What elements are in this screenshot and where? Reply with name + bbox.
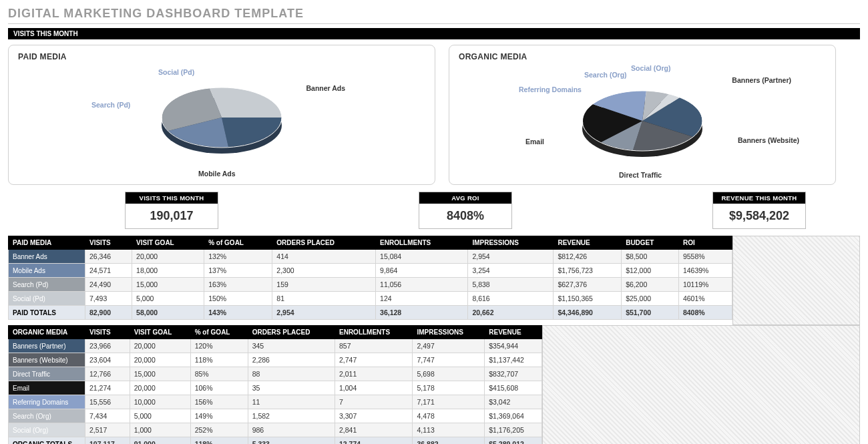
totals-cell: $5,289,012	[485, 437, 542, 445]
totals-cell: $4,346,890	[554, 306, 622, 320]
cell: 11,056	[376, 278, 468, 292]
totals-row: PAID TOTALS82,90058,000143%2,95436,12820…	[9, 306, 732, 320]
col-header: IMPRESSIONS	[413, 326, 485, 339]
totals-cell: 82,900	[85, 306, 132, 320]
cell: $812,426	[554, 250, 622, 264]
cell: 2,286	[248, 353, 335, 367]
table-row: Social (Org)2,5171,000252%9862,8414,113$…	[9, 423, 542, 437]
cell: 8,616	[468, 292, 554, 306]
col-header: REVENUE	[485, 326, 542, 339]
pie-label-mobile-ads: Mobile Ads	[198, 170, 236, 178]
cell: 149%	[190, 409, 248, 423]
cell: 1,004	[335, 381, 412, 395]
pie-chart-paid	[135, 64, 308, 178]
row-label: Direct Traffic	[9, 367, 85, 381]
col-header: ORGANIC MEDIA	[9, 326, 85, 339]
cell: 857	[335, 339, 412, 353]
col-header: % of GOAL	[204, 236, 272, 250]
cell: 15,556	[85, 395, 130, 409]
kpi-roi: AVG ROI 8408%	[419, 192, 512, 229]
totals-cell: 20,662	[468, 306, 554, 320]
totals-cell: 58,000	[132, 306, 204, 320]
col-header: ORDERS PLACED	[272, 236, 376, 250]
chart-title-paid: PAID MEDIA	[18, 52, 425, 61]
cell: 2,517	[85, 423, 130, 437]
cell: 26,346	[85, 250, 132, 264]
cell: 20,000	[130, 353, 190, 367]
paid-table-area: PAID MEDIAVISITSVISIT GOAL% of GOALORDER…	[8, 236, 860, 325]
cell: 7,434	[85, 409, 130, 423]
cell: 35	[248, 381, 335, 395]
table-row: Email21,27420,000106%351,0045,178$415,60…	[9, 381, 542, 395]
cell: 414	[272, 250, 376, 264]
cell: $1,176,205	[485, 423, 542, 437]
pie-wrap-organic: Banners (Partner) Banners (Website) Dire…	[459, 64, 826, 178]
kpi-revenue-label: REVENUE THIS MONTH	[713, 192, 805, 204]
cell: 2,747	[335, 353, 412, 367]
cell: 5,000	[132, 292, 204, 306]
row-label: Mobile Ads	[9, 264, 85, 278]
organic-media-table: ORGANIC MEDIAVISITSVISIT GOAL% of GOALOR…	[8, 325, 542, 444]
cell: 118%	[190, 353, 248, 367]
cell: 12,766	[85, 367, 130, 381]
kpi-roi-label: AVG ROI	[419, 192, 511, 204]
pie-wrap-paid: Banner Ads Mobile Ads Search (Pd) Social…	[18, 64, 425, 178]
kpi-visits: VISITS THIS MONTH 190,017	[125, 192, 218, 229]
totals-label: ORGANIC TOTALS	[9, 437, 85, 445]
cell: 2,841	[335, 423, 412, 437]
cell: 2,011	[335, 367, 412, 381]
cell: $6,200	[622, 278, 679, 292]
kpi-revenue: REVENUE THIS MONTH $9,584,202	[712, 192, 806, 229]
cell: $3,042	[485, 395, 542, 409]
table-row: Banners (Partner)23,96620,000120%3458572…	[9, 339, 542, 353]
col-header: IMPRESSIONS	[468, 236, 554, 250]
table-row: Mobile Ads24,57118,000137%2,3009,8643,25…	[9, 264, 732, 278]
cell: 7	[335, 395, 412, 409]
table-row: Search (Org)7,4345,000149%1,5823,3074,47…	[9, 409, 542, 423]
kpi-roi-value: 8408%	[419, 204, 511, 228]
cell: 986	[248, 423, 335, 437]
cell: 5,838	[468, 278, 554, 292]
col-header: REVENUE	[554, 236, 622, 250]
kpi-visits-value: 190,017	[126, 204, 218, 228]
pie-chart-organic	[556, 64, 729, 178]
cell: 15,084	[376, 250, 468, 264]
cell: 7,171	[413, 395, 485, 409]
cell: 3,307	[335, 409, 412, 423]
col-header: % of GOAL	[190, 326, 248, 339]
pie-label-banner-ads: Banner Ads	[306, 84, 345, 92]
chart-card-organic: ORGANIC MEDIA	[449, 45, 836, 185]
cell: 5,000	[130, 409, 190, 423]
col-header: PAID MEDIA	[9, 236, 85, 250]
totals-cell: 118%	[190, 437, 248, 445]
cell: 20,000	[130, 339, 190, 353]
cell: 14639%	[678, 264, 732, 278]
row-label: Social (Pd)	[9, 292, 85, 306]
cell: 85%	[190, 367, 248, 381]
pie-label-social-pd: Social (Pd)	[158, 68, 194, 76]
chart-card-paid: PAID MEDIA Banner Ads Mobile Ads Se	[8, 45, 435, 185]
cell: $8,500	[622, 250, 679, 264]
cell: 3,254	[468, 264, 554, 278]
cell: 1,582	[248, 409, 335, 423]
totals-label: PAID TOTALS	[9, 306, 85, 320]
cell: 10119%	[678, 278, 732, 292]
cell: 2,497	[413, 339, 485, 353]
kpi-revenue-value: $9,584,202	[713, 204, 805, 228]
row-label: Email	[9, 381, 85, 395]
cell: 2,300	[272, 264, 376, 278]
cell: 88	[248, 367, 335, 381]
cell: 120%	[190, 339, 248, 353]
row-label: Referring Domains	[9, 395, 85, 409]
totals-cell: 12,774	[335, 437, 412, 445]
cell: $415,608	[485, 381, 542, 395]
totals-cell: 2,954	[272, 306, 376, 320]
cell: 2,954	[468, 250, 554, 264]
kpi-row: VISITS THIS MONTH 190,017 AVG ROI 8408% …	[125, 192, 860, 229]
table-header-row: ORGANIC MEDIAVISITSVISIT GOAL% of GOALOR…	[9, 326, 542, 339]
table-row: Search (Pd)24,49015,000163%15911,0565,83…	[9, 278, 732, 292]
cell: 21,274	[85, 381, 130, 395]
cell: $1,150,365	[554, 292, 622, 306]
cell: 4601%	[678, 292, 732, 306]
cell: 106%	[190, 381, 248, 395]
